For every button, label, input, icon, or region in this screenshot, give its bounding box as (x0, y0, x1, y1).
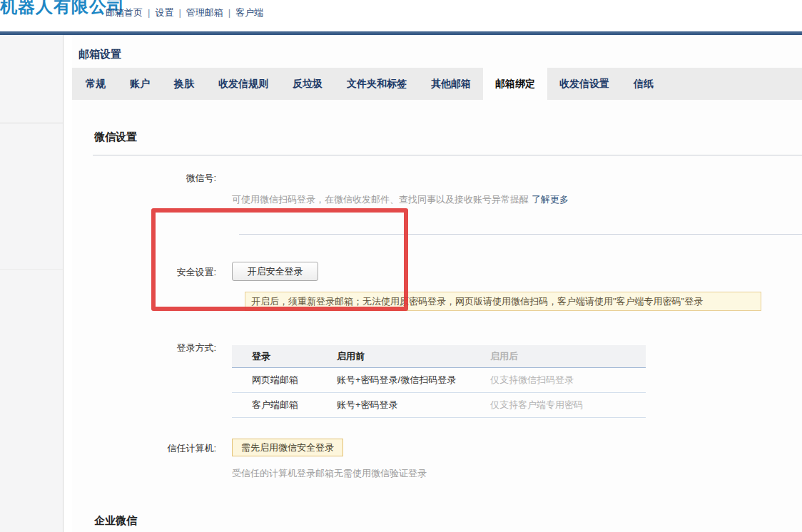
sidebar-divider (0, 123, 63, 123)
trusted-computer-notice: 需先启用微信安全登录 (232, 439, 343, 456)
table-cell: 仅支持微信扫码登录 (490, 374, 646, 387)
field-divider (239, 234, 802, 235)
settings-content: 邮箱设置 常规 账户 换肤 收发信规则 反垃圾 文件夹和标签 其他邮箱 邮箱绑定… (72, 35, 802, 532)
tab-account[interactable]: 账户 (118, 68, 162, 100)
login-table-header: 登录 启用前 启用后 (232, 345, 646, 368)
sidebar-divider (0, 269, 63, 270)
secure-login-warning: 开启后，须重新登录邮箱；无法使用原密码登录，网页版请使用微信扫码，客户端请使用"… (245, 292, 761, 311)
trusted-computer-description: 受信任的计算机登录邮箱无需使用微信验证登录 (232, 467, 427, 480)
wecom-section-title: 企业微信 (94, 514, 137, 528)
tab-mailbox-binding[interactable]: 邮箱绑定 (483, 68, 547, 100)
table-row: 网页端邮箱 账号+密码登录/微信扫码登录 仅支持微信扫码登录 (232, 368, 646, 393)
login-table-header-cell: 登录 (232, 350, 337, 363)
tab-send-receive[interactable]: 收发信设置 (547, 68, 621, 100)
nav-separator: | (178, 7, 181, 18)
nav-link-mail-home[interactable]: 邮箱首页 (106, 7, 143, 18)
enable-secure-login-button[interactable]: 开启安全登录 (232, 262, 318, 281)
wechat-id-description-text: 可使用微信扫码登录，在微信收发邮件、查找同事以及接收账号异常提醒 (232, 194, 529, 205)
table-row: 客户端邮箱 账号+密码登录 仅支持客户端专用密码 (232, 393, 646, 418)
settings-tabs: 常规 账户 换肤 收发信规则 反垃圾 文件夹和标签 其他邮箱 邮箱绑定 收发信设… (72, 68, 802, 100)
tab-stationery[interactable]: 信纸 (621, 68, 666, 100)
tab-folders-labels[interactable]: 文件夹和标签 (335, 68, 419, 100)
table-cell: 客户端邮箱 (232, 399, 337, 411)
security-settings-label: 安全设置: (138, 266, 216, 279)
nav-link-settings[interactable]: 设置 (155, 7, 173, 18)
login-table-header-cell: 启用后 (490, 350, 646, 363)
nav-separator: | (228, 7, 230, 18)
table-cell: 账号+密码登录/微信扫码登录 (337, 374, 490, 387)
tab-skin[interactable]: 换肤 (162, 68, 206, 100)
tab-other-mailboxes[interactable]: 其他邮箱 (419, 68, 483, 100)
trusted-computer-label: 信任计算机: (138, 442, 216, 455)
login-methods-label: 登录方式: (138, 342, 216, 354)
table-cell: 仅支持客户端专用密码 (490, 399, 646, 411)
tab-antispam[interactable]: 反垃圾 (280, 68, 335, 100)
top-nav: 邮箱首页|设置|管理邮箱|客户端 (106, 6, 263, 19)
wechat-id-description: 可使用微信扫码登录，在微信收发邮件、查找同事以及接收账号异常提醒了解更多 (232, 193, 569, 206)
tab-general[interactable]: 常规 (73, 68, 118, 100)
nav-separator: | (148, 7, 150, 18)
left-sidebar (0, 35, 64, 532)
nav-link-manage-mailbox[interactable]: 管理邮箱 (186, 7, 223, 18)
page-title: 邮箱设置 (78, 48, 121, 61)
login-methods-table: 登录 启用前 启用后 网页端邮箱 账号+密码登录/微信扫码登录 仅支持微信扫码登… (232, 345, 646, 418)
section-divider (93, 155, 802, 155)
table-cell: 账号+密码登录 (337, 399, 490, 411)
tab-mail-rules[interactable]: 收发信规则 (206, 68, 280, 100)
learn-more-link[interactable]: 了解更多 (532, 194, 569, 205)
nav-link-client[interactable]: 客户端 (235, 7, 263, 18)
wechat-section-title: 微信设置 (94, 131, 137, 144)
table-cell: 网页端邮箱 (232, 374, 337, 387)
top-header: 机器人有限公司 邮箱首页|设置|管理邮箱|客户端 (0, 0, 802, 31)
login-table-header-cell: 启用前 (337, 350, 490, 363)
wechat-id-label: 微信号: (138, 172, 216, 185)
